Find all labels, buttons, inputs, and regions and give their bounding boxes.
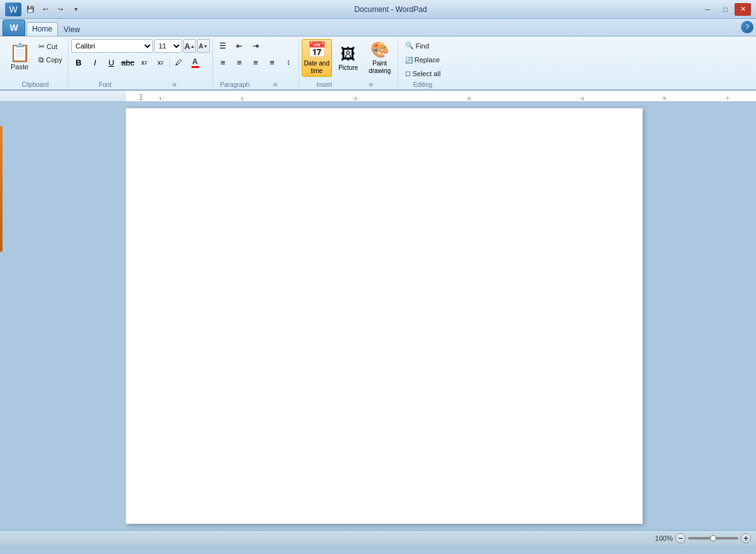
italic-button[interactable]: I — [88, 55, 103, 69]
find-icon: 🔍 — [405, 42, 414, 50]
date-time-icon: 📅 — [307, 41, 326, 59]
justify-button[interactable]: ≡ — [265, 55, 280, 69]
minimize-button[interactable]: ─ — [699, 3, 716, 16]
paragraph-label: Paragraph ⧉ — [215, 80, 296, 88]
save-quick-button[interactable]: 💾 — [24, 3, 37, 16]
left-accent-bar — [0, 126, 3, 252]
replace-icon: 🔄 — [405, 57, 413, 64]
paragraph-expand-button[interactable]: ⧉ — [255, 82, 296, 88]
bold-button[interactable]: B — [71, 55, 86, 69]
cut-label: Cut — [47, 43, 57, 50]
zoom-in-button[interactable]: + — [741, 533, 751, 543]
paragraph-group-content: ☰ ⇤ ⇥ ≡ ≡ ≡ ≡ ↕ — [215, 39, 296, 80]
right-margin — [649, 102, 756, 530]
window-controls: ─ □ ✕ — [699, 3, 751, 16]
paragraph-row1: ☰ ⇤ ⇥ — [215, 39, 263, 53]
cut-copy-column: ✂ Cut ⧉ Copy — [35, 39, 66, 66]
copy-label: Copy — [46, 56, 62, 64]
picture-button[interactable]: 🖼 Picture — [333, 39, 364, 77]
font-expand-button[interactable]: ⧉ — [139, 82, 210, 88]
strikethrough-button[interactable]: abc — [120, 55, 135, 69]
wordpad-menu-button[interactable]: W — [5, 3, 21, 16]
font-group: Calibri 11 A▲ A▼ B I U abc x2 x2 🖊 — [69, 39, 213, 88]
cut-icon: ✂ — [38, 42, 45, 51]
zoom-slider[interactable] — [688, 537, 738, 540]
clipboard-label: Clipboard — [5, 80, 66, 88]
font-color-indicator — [192, 66, 199, 68]
paragraph-group: ☰ ⇤ ⇥ ≡ ≡ ≡ ≡ ↕ Paragraph ⧉ — [213, 39, 299, 88]
align-right-button[interactable]: ≡ — [248, 55, 263, 69]
paste-label: Paste — [11, 63, 28, 71]
find-label: Find — [416, 42, 429, 50]
line-spacing-button[interactable]: ↕ — [281, 55, 296, 69]
wordpad-logo-button[interactable]: W — [3, 20, 25, 36]
tab-bar: W Home View ? — [0, 19, 756, 37]
font-separator — [169, 57, 170, 68]
paint-drawing-button[interactable]: 🎨 Paintdrawing — [365, 39, 395, 77]
insert-group-content: 📅 Date andtime 🖼 Picture 🎨 Paintdrawing — [302, 39, 395, 80]
superscript-button[interactable]: x2 — [153, 55, 168, 69]
ribbon: 📋 Paste ✂ Cut ⧉ Copy Clipboard — [0, 37, 756, 91]
font-format-row: B I U abc x2 x2 🖊 A — [71, 55, 203, 69]
editing-group-content: 🔍 Find 🔄 Replace ☐ Select all — [401, 39, 445, 80]
tab-view[interactable]: View — [58, 22, 86, 36]
decrease-indent-button[interactable]: ⇤ — [232, 39, 247, 53]
title-bar: W 💾 ↩ ↪ ▾ Document - WordPad ─ □ ✕ — [0, 0, 756, 19]
align-left-button[interactable]: ≡ — [215, 55, 231, 69]
picture-icon: 🖼 — [341, 45, 356, 63]
font-color-button[interactable]: A — [188, 55, 203, 69]
replace-button[interactable]: 🔄 Replace — [401, 54, 444, 66]
copy-button[interactable]: ⧉ Copy — [35, 54, 66, 66]
select-all-icon: ☐ — [405, 71, 411, 77]
zoom-section: 100% − + — [655, 533, 751, 543]
font-size-select[interactable]: 11 — [154, 39, 182, 53]
cut-button[interactable]: ✂ Cut — [35, 40, 66, 53]
insert-expand-button[interactable]: ⧉ — [347, 82, 395, 88]
paste-icon: 📋 — [9, 44, 31, 62]
font-name-select[interactable]: Calibri — [71, 39, 153, 53]
font-color-icon: A — [192, 57, 198, 66]
date-time-button[interactable]: 📅 Date andtime — [302, 39, 332, 77]
close-button[interactable]: ✕ — [735, 3, 751, 16]
replace-label: Replace — [415, 56, 440, 64]
select-all-label: Select all — [413, 70, 441, 77]
zoom-percent-label: 100% — [655, 534, 673, 542]
font-shrink-button[interactable]: A▼ — [197, 39, 210, 53]
font-grow-button[interactable]: A▲ — [183, 39, 196, 53]
undo-quick-button[interactable]: ↩ — [39, 3, 52, 16]
paint-icon: 🎨 — [370, 41, 389, 59]
insert-group: 📅 Date andtime 🖼 Picture 🎨 Paintdrawing … — [299, 39, 398, 88]
font-label: Font ⧉ — [71, 80, 210, 88]
ruler-inner: ·1· ·1· ·2· ·3· ·4· ·5· ·7· ⊤ ⊥ — [126, 91, 756, 101]
zoom-out-button[interactable]: − — [675, 533, 685, 543]
quick-access-dropdown[interactable]: ▾ — [69, 3, 82, 16]
help-button[interactable]: ? — [741, 21, 753, 33]
align-center-button[interactable]: ≡ — [232, 55, 247, 69]
increase-indent-button[interactable]: ⇥ — [248, 39, 263, 53]
ruler: ·1· ·1· ·2· ·3· ·4· ·5· ·7· ⊤ ⊥ — [0, 91, 756, 102]
editing-label: Editing — [401, 80, 445, 88]
window-title: Document - WordPad — [82, 5, 699, 14]
underline-button[interactable]: U — [104, 55, 119, 69]
highlight-icon: 🖊 — [175, 59, 182, 66]
redo-quick-button[interactable]: ↪ — [54, 3, 67, 16]
tab-home[interactable]: Home — [26, 22, 58, 36]
paste-button[interactable]: 📋 Paste — [5, 39, 34, 76]
bullets-button[interactable]: ☰ — [215, 39, 231, 53]
clipboard-group-content: 📋 Paste ✂ Cut ⧉ Copy — [5, 39, 66, 80]
indent-marker[interactable]: ⊥ — [139, 95, 144, 101]
document-area[interactable] — [126, 102, 649, 530]
editing-group: 🔍 Find 🔄 Replace ☐ Select all Editing — [398, 39, 448, 88]
find-button[interactable]: 🔍 Find — [401, 39, 433, 52]
maximize-button[interactable]: □ — [717, 3, 733, 16]
document-page[interactable] — [126, 108, 643, 524]
subscript-button[interactable]: x2 — [137, 55, 152, 69]
select-all-button[interactable]: ☐ Select all — [401, 67, 445, 80]
font-name-row: Calibri 11 A▲ A▼ — [71, 39, 210, 53]
font-group-content: Calibri 11 A▲ A▼ B I U abc x2 x2 🖊 — [71, 39, 210, 80]
paragraph-row2: ≡ ≡ ≡ ≡ ↕ — [215, 55, 296, 69]
left-margin — [0, 102, 126, 530]
date-time-label: Date andtime — [304, 60, 329, 75]
zoom-slider-thumb[interactable] — [710, 535, 716, 541]
highlight-color-button[interactable]: 🖊 — [171, 55, 186, 69]
